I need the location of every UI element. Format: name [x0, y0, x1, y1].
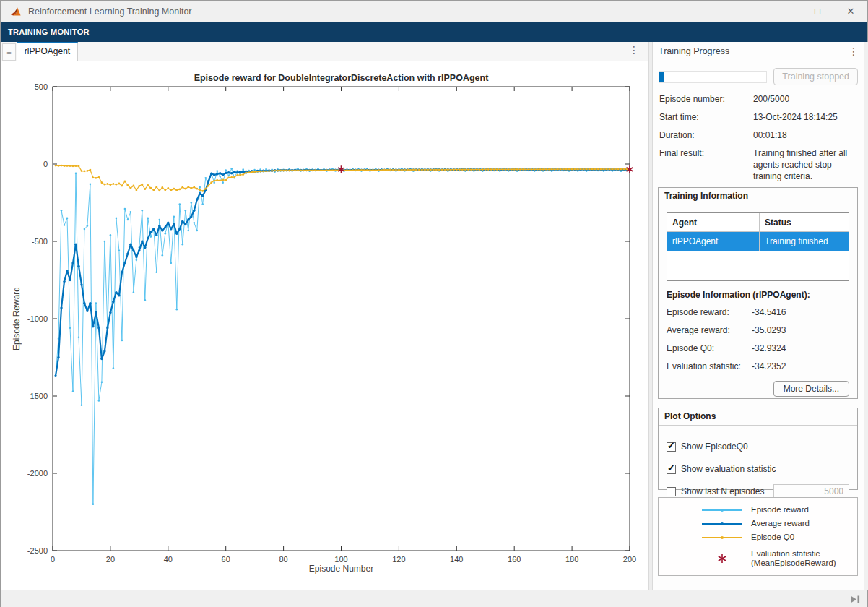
series-marker: [485, 168, 487, 171]
series-marker: [522, 168, 524, 171]
series-marker: [184, 223, 186, 225]
series-marker: [311, 169, 313, 171]
series-marker: [459, 168, 461, 171]
series-marker: [164, 226, 166, 228]
y-tick-label: -500: [32, 237, 48, 246]
series-marker: [545, 168, 547, 171]
series-marker: [219, 176, 221, 178]
series-marker: [75, 173, 77, 175]
series-marker: [438, 169, 440, 171]
field-value: 200/5000: [753, 93, 858, 105]
series-marker: [147, 237, 149, 239]
series-marker: [210, 172, 212, 174]
series-marker: [421, 169, 423, 171]
series-marker: [357, 169, 360, 171]
series-marker: [116, 218, 118, 220]
series-marker: [334, 169, 337, 171]
series-marker: [72, 165, 74, 167]
series-marker: [181, 186, 183, 189]
series-marker: [199, 192, 201, 194]
series-marker: [216, 179, 218, 181]
toolstrip-tab-training-monitor[interactable]: TRAINING MONITOR: [1, 22, 867, 42]
series-marker: [173, 223, 175, 225]
series-marker: [453, 168, 455, 171]
series-marker: [360, 169, 363, 171]
field-label: Final result:: [659, 147, 753, 182]
plot-option-row: ✓Show EpisodeQ0: [667, 439, 849, 454]
series-marker: [138, 249, 140, 251]
series-marker: [594, 168, 596, 171]
series-marker: [181, 220, 183, 223]
series-marker: [577, 168, 579, 171]
checkbox[interactable]: ✓: [667, 465, 676, 474]
series-marker: [97, 327, 100, 329]
field-row: Final result:Training finished after all…: [659, 147, 858, 182]
field-value: 00:01:18: [753, 129, 858, 141]
series-marker: [90, 169, 92, 171]
series-marker: [580, 168, 582, 171]
maximize-button[interactable]: □: [801, 1, 834, 22]
series-marker: [352, 169, 354, 171]
series-marker: [620, 168, 622, 171]
minimize-button[interactable]: –: [768, 1, 801, 22]
series-marker: [291, 170, 293, 172]
panel-overflow-icon[interactable]: ⋮: [849, 46, 859, 57]
series-marker: [83, 302, 85, 304]
plot-options-title: Plot Options: [659, 408, 857, 426]
y-tick-label: -1000: [27, 314, 48, 323]
series-marker: [499, 168, 501, 171]
table-row[interactable]: rlPPOAgentTraining finished: [667, 232, 849, 251]
y-axis-label: Episode Reward: [12, 287, 22, 350]
field-label: Episode number:: [659, 93, 753, 105]
tab-rlppoagent[interactable]: rlPPOAgent: [17, 42, 78, 61]
document-menu-icon[interactable]: ≡: [2, 43, 16, 61]
y-tick-label: 0: [43, 160, 48, 168]
close-button[interactable]: ✕: [834, 1, 867, 22]
field-row: Start time:13-Oct-2024 18:14:25: [659, 111, 858, 123]
series-marker: [87, 225, 89, 227]
series-marker: [349, 169, 351, 171]
more-details-button[interactable]: More Details...: [773, 381, 849, 397]
skip-to-end-icon[interactable]: [851, 595, 860, 603]
chart-document: 0204060801001201401601802005000-500-1000…: [1, 61, 648, 590]
series-marker: [124, 181, 126, 183]
series-marker: [401, 169, 403, 171]
series-marker: [285, 170, 287, 172]
series-marker: [378, 169, 380, 171]
x-tick-label: 40: [164, 555, 173, 564]
plot-option-row: ✓Show evaluation statistic: [667, 462, 849, 476]
series-marker: [222, 178, 224, 181]
series-marker: [242, 168, 244, 171]
series-marker: [150, 236, 152, 238]
series-marker: [262, 170, 264, 172]
series-marker: [207, 185, 209, 187]
plot-option-row: Show last N episodes: [667, 484, 849, 499]
series-marker: [294, 170, 296, 172]
checkbox[interactable]: [667, 487, 676, 496]
series-marker: [216, 170, 218, 172]
series-marker: [369, 169, 371, 171]
checkbox[interactable]: ✓: [667, 442, 676, 452]
series-marker: [609, 168, 611, 171]
series-marker: [167, 187, 169, 189]
series-marker: [58, 165, 60, 167]
agent-status-table: AgentStatusrlPPOAgentTraining finished: [667, 212, 849, 281]
series-marker: [84, 228, 86, 231]
series-marker: [271, 170, 273, 172]
series-marker: [61, 210, 63, 212]
series-marker: [130, 187, 132, 189]
series-marker: [87, 170, 89, 172]
series-marker: [127, 219, 129, 221]
series-marker: [617, 168, 620, 171]
series-marker: [64, 224, 66, 226]
series-marker: [104, 184, 106, 186]
series-marker: [435, 168, 438, 171]
series-marker: [78, 336, 80, 338]
series-marker: [54, 375, 56, 377]
series-marker: [71, 262, 74, 264]
training-stopped-button[interactable]: Training stopped: [773, 68, 858, 85]
tab-overflow-icon[interactable]: ⋮: [628, 44, 640, 56]
checkbox-label: Show EpisodeQ0: [681, 442, 748, 452]
series-marker: [476, 168, 478, 171]
legend-label: Evaluation statistic (MeanEpisodeReward): [751, 549, 836, 568]
